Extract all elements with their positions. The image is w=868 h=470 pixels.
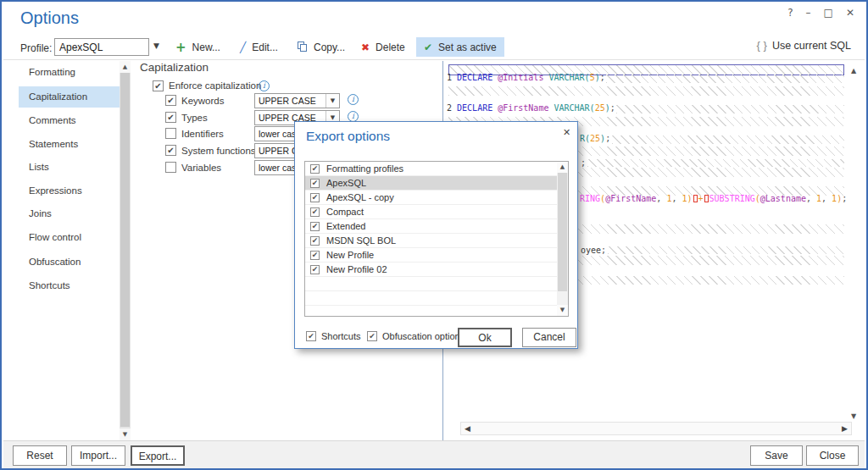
braces-icon: { } [757, 39, 767, 52]
profile-list-item[interactable]: ✔Formatting profiles [305, 162, 559, 176]
types-label: Types [181, 113, 208, 123]
chevron-down-icon[interactable]: ▼ [326, 94, 339, 108]
export-options-dialog: Export options ✕ ✔Formatting profiles✔Ap… [294, 121, 578, 349]
down-arrow-icon[interactable]: ▼ [557, 305, 568, 316]
close-button[interactable]: Close [806, 445, 859, 466]
sidebar-item-statements[interactable]: Statements [19, 134, 120, 155]
profile-label: Profile: [20, 42, 52, 54]
check-icon: ✔ [424, 41, 432, 53]
profile-list-item[interactable]: ✔New Profile 02 [305, 263, 559, 277]
set-as-active-label: Set as active [438, 41, 497, 53]
profile-checkbox[interactable]: ✔ [310, 236, 320, 246]
delete-button-label: Delete [376, 41, 405, 53]
code-line: 1 DECLARE @Initials VARCHAR(5); [447, 73, 605, 82]
code-line: oyee; [581, 246, 606, 255]
import-button[interactable]: Import... [71, 445, 125, 466]
profile-list-item[interactable]: ✔ApexSQL - copy [305, 191, 559, 205]
keywords-checkbox[interactable]: ✔ [165, 95, 176, 106]
profile-list-item[interactable]: ✔Compact [305, 205, 559, 219]
up-arrow-icon[interactable]: ▲ [120, 61, 131, 73]
ok-button[interactable]: Ok [458, 328, 512, 347]
new-button[interactable]: + New... [168, 37, 228, 57]
profile-label: MSDN SQL BOL [326, 235, 396, 246]
set-as-active-button[interactable]: ✔ Set as active [416, 37, 504, 57]
profile-list-item[interactable]: ✔MSDN SQL BOL [305, 234, 559, 248]
types-checkbox[interactable]: ✔ [165, 112, 176, 123]
obfuscation-options-checkbox[interactable]: ✔Obfuscation options [367, 331, 465, 341]
keywords-case-value: UPPER CASE [255, 94, 326, 108]
profile-list-item[interactable]: ✔ApexSQL [305, 176, 559, 191]
minimize-icon[interactable]: – [806, 7, 811, 19]
profile-checkbox[interactable]: ✔ [310, 207, 320, 217]
profiles-list: ✔Formatting profiles✔ApexSQL✔ApexSQL - c… [304, 161, 569, 317]
horizontal-scrollbar[interactable]: ◀ ▶ [460, 422, 852, 435]
identifiers-checkbox[interactable] [165, 128, 176, 139]
space-marker-icon [704, 195, 709, 202]
sidebar-item-lists[interactable]: Lists [19, 157, 120, 178]
export-button[interactable]: Export... [131, 445, 185, 466]
profile-checkbox[interactable]: ✔ [310, 164, 320, 174]
system-functions-label: System functions [181, 146, 256, 156]
sidebar-item-shortcuts[interactable]: Shortcuts [19, 275, 120, 296]
delete-button[interactable]: ✖ Delete [353, 37, 413, 57]
sidebar-scrollbar[interactable]: ▲ ▼ [120, 61, 131, 440]
sidebar-item-obfuscation[interactable]: Obfuscation [19, 252, 120, 273]
profile-label: Compact [326, 207, 364, 217]
sidebar-item-flow-control[interactable]: Flow control [19, 227, 120, 248]
variables-label: Variables [181, 163, 221, 173]
edit-button-label: Edit... [252, 41, 278, 53]
new-button-label: New... [192, 41, 220, 53]
info-icon[interactable]: i [348, 94, 359, 105]
profile-list-item[interactable]: ✔New Profile [305, 248, 559, 263]
left-arrow-icon[interactable]: ◀ [465, 424, 470, 433]
up-arrow-icon[interactable]: ▲ [557, 162, 568, 173]
info-icon[interactable]: i [259, 80, 270, 91]
maximize-icon[interactable]: □ [824, 7, 833, 19]
up-arrow-icon[interactable]: ▲ [851, 67, 856, 75]
profile-checkbox[interactable]: ✔ [310, 222, 320, 231]
sidebar-item-joins[interactable]: Joins [19, 203, 120, 224]
close-icon[interactable]: ✕ [846, 7, 854, 19]
list-scrollbar[interactable]: ▲ ▼ [557, 162, 568, 316]
help-icon[interactable]: ? [787, 7, 793, 19]
down-arrow-icon[interactable]: ▼ [851, 412, 856, 420]
save-button[interactable]: Save [750, 445, 803, 466]
pencil-icon: ╱ [240, 41, 246, 53]
profile-checkbox[interactable]: ✔ [310, 265, 320, 274]
sidebar-item-expressions[interactable]: Expressions [19, 180, 120, 202]
dialog-title: Export options [306, 129, 390, 144]
close-icon[interactable]: ✕ [563, 127, 570, 138]
keywords-case-select[interactable]: UPPER CASE▼ [254, 93, 340, 108]
profile-list-item[interactable]: ✔Extended [305, 219, 559, 234]
profile-checkbox[interactable]: ✔ [310, 251, 320, 260]
code-line: ; [581, 158, 586, 168]
use-current-sql-button[interactable]: { } Use current SQL [757, 39, 851, 52]
toolbar-separator [3, 59, 865, 60]
right-arrow-icon[interactable]: ▶ [842, 424, 848, 433]
profile-checkbox[interactable]: ✔ [310, 179, 320, 188]
identifiers-label: Identifiers [181, 129, 224, 139]
profile-input[interactable] [54, 38, 149, 56]
cancel-button[interactable]: Cancel [522, 328, 576, 347]
scrollbar-thumb[interactable] [558, 173, 567, 291]
down-arrow-icon[interactable]: ▼ [120, 429, 131, 440]
variables-checkbox[interactable] [165, 162, 176, 173]
enforce-capitalization-checkbox[interactable]: ✔ [153, 80, 164, 91]
scrollbar-thumb[interactable] [120, 73, 130, 427]
plus-icon: + [175, 40, 186, 55]
copy-button[interactable]: Copy... [290, 37, 353, 57]
code-line: R(25); [580, 134, 610, 143]
profile-checkbox[interactable]: ✔ [310, 193, 320, 202]
window-title: Options [20, 8, 79, 28]
sidebar-item-comments[interactable]: Comments [19, 110, 120, 131]
chevron-down-icon[interactable]: ▼ [153, 41, 159, 50]
shortcuts-checkbox[interactable]: ✔Shortcuts [306, 331, 360, 341]
sidebar-item-formatting[interactable]: Formatting [19, 62, 120, 83]
copy-button-label: Copy... [314, 41, 345, 53]
system-functions-checkbox[interactable]: ✔ [165, 145, 176, 156]
edit-button[interactable]: ╱ Edit... [232, 37, 286, 57]
use-current-sql-label: Use current SQL [772, 40, 851, 52]
reset-button[interactable]: Reset [13, 445, 67, 466]
profile-label: ApexSQL [326, 178, 366, 188]
sidebar-item-capitalization[interactable]: Capitalization [19, 86, 120, 108]
